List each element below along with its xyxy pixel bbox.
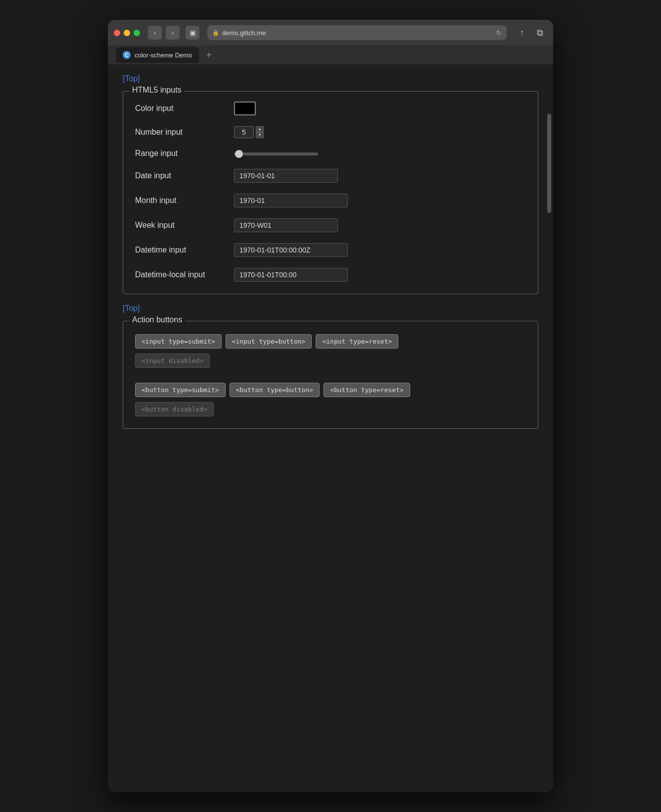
date-input-row: Date input <box>135 169 526 183</box>
tab-bar: C color-scheme Demo + <box>108 46 553 64</box>
input-reset-button[interactable]: <input type=reset> <box>316 334 398 349</box>
date-input[interactable] <box>234 169 338 183</box>
button-buttons-row: <button type=submit> <button type=button… <box>135 383 526 397</box>
datetime-input-label: Datetime input <box>135 246 234 254</box>
button-submit-button[interactable]: <button type=submit> <box>135 383 226 397</box>
datetime-input[interactable] <box>234 243 348 257</box>
range-track[interactable] <box>234 152 318 155</box>
close-button[interactable] <box>114 30 120 36</box>
button-reset-button[interactable]: <button type=reset> <box>324 383 410 397</box>
date-input-label: Date input <box>135 171 234 180</box>
week-input-row: Week input <box>135 218 526 232</box>
number-input-wrap: ▲ ▼ <box>234 126 264 138</box>
url-text: demo.glitch.me <box>222 29 266 37</box>
forward-button[interactable]: › <box>166 26 180 40</box>
toolbar-right: ↑ ⧉ <box>515 25 547 40</box>
top-link-2[interactable]: [Top] <box>123 304 140 313</box>
number-input[interactable] <box>234 126 254 138</box>
action-buttons-section: Action buttons <input type=submit> <inpu… <box>123 321 538 429</box>
button-button-button[interactable]: <button type=button> <box>230 383 320 397</box>
range-thumb[interactable] <box>235 150 243 158</box>
input-button-button[interactable]: <input type=button> <box>226 334 312 349</box>
title-bar: ‹ › ▣ 🔒 demo.glitch.me ↻ ↑ ⧉ <box>108 20 553 46</box>
minimize-button[interactable] <box>124 30 130 36</box>
input-disabled-button: <input disabled> <box>135 354 210 368</box>
datetime-input-row: Datetime input <box>135 243 526 257</box>
reload-button[interactable]: ↻ <box>496 29 502 37</box>
month-input-label: Month input <box>135 196 234 205</box>
number-spinner: ▲ ▼ <box>256 126 264 138</box>
number-input-row: Number input ▲ ▼ <box>135 126 526 138</box>
tab-favicon: C <box>123 51 131 59</box>
color-input[interactable] <box>234 102 256 115</box>
browser-window: ‹ › ▣ 🔒 demo.glitch.me ↻ ↑ ⧉ C color-sch… <box>108 20 553 792</box>
maximize-button[interactable] <box>134 30 140 36</box>
week-input-label: Week input <box>135 221 234 230</box>
color-input-label: Color input <box>135 104 234 113</box>
spinner-down[interactable]: ▼ <box>256 132 264 138</box>
datetime-local-input-label: Datetime-local input <box>135 270 234 279</box>
month-input[interactable] <box>234 194 348 207</box>
input-buttons-row: <input type=submit> <input type=button> … <box>135 334 526 349</box>
new-window-button[interactable]: ⧉ <box>532 25 547 40</box>
color-input-row: Color input <box>135 102 526 115</box>
button-disabled-button: <button disabled> <box>135 402 214 416</box>
action-legend: Action buttons <box>129 315 185 324</box>
datetime-local-input[interactable] <box>234 268 348 282</box>
active-tab[interactable]: C color-scheme Demo <box>116 47 199 63</box>
lock-icon: 🔒 <box>212 30 219 36</box>
number-input-label: Number input <box>135 128 234 137</box>
new-tab-button[interactable]: + <box>202 50 216 61</box>
button-disabled-row: <button disabled> <box>135 402 526 416</box>
spinner-up[interactable]: ▲ <box>256 126 264 132</box>
top-link-1[interactable]: [Top] <box>123 74 140 83</box>
month-input-row: Month input <box>135 194 526 207</box>
html5-legend: HTML5 inputs <box>129 86 185 95</box>
scrollbar[interactable] <box>547 114 551 213</box>
page-content: [Top] HTML5 inputs Color input Number in… <box>108 64 553 792</box>
button-rows: <input type=submit> <input type=button> … <box>135 331 526 416</box>
datetime-local-input-row: Datetime-local input <box>135 268 526 282</box>
sidebar-button[interactable]: ▣ <box>186 26 199 40</box>
address-bar: 🔒 demo.glitch.me ↻ <box>207 25 507 40</box>
input-disabled-row: <input disabled> <box>135 354 526 368</box>
tab-title: color-scheme Demo <box>135 51 192 59</box>
range-input-row: Range input <box>135 149 526 158</box>
traffic-lights <box>114 30 140 36</box>
back-button[interactable]: ‹ <box>148 26 162 40</box>
html5-inputs-section: HTML5 inputs Color input Number input ▲ … <box>123 91 538 294</box>
range-input-label: Range input <box>135 149 234 158</box>
week-input[interactable] <box>234 218 338 232</box>
input-submit-button[interactable]: <input type=submit> <box>135 334 222 349</box>
share-button[interactable]: ↑ <box>515 25 529 40</box>
